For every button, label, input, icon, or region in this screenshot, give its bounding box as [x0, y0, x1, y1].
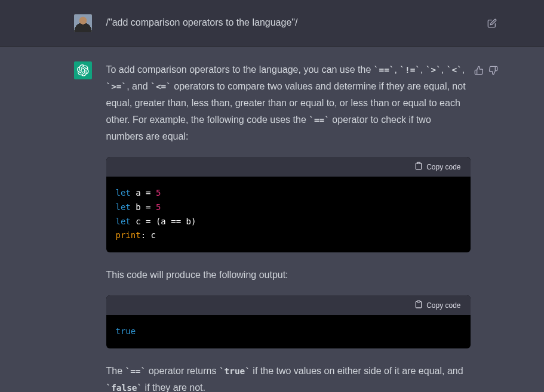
inline-code: >=: [106, 82, 127, 91]
edit-icon[interactable]: [487, 20, 497, 30]
text-span: To add comparison operators to the langu…: [106, 64, 374, 75]
inline-code: true: [219, 366, 250, 376]
inline-code: <=: [150, 82, 171, 91]
inline-code: ==: [309, 115, 330, 125]
code-block-header: Copy code: [106, 157, 471, 177]
code-block-2: Copy code true: [106, 295, 471, 348]
assistant-avatar: [74, 61, 92, 79]
assistant-message-row: To add comparison operators to the langu…: [0, 47, 544, 392]
text-span: ,: [441, 64, 447, 75]
copy-code-label: Copy code: [426, 301, 460, 310]
text-span: , and: [127, 81, 150, 91]
assistant-paragraph-1: To add comparison operators to the langu…: [106, 61, 471, 145]
inline-code: ==: [125, 366, 146, 376]
token-keyword: let: [116, 217, 131, 226]
token-plain: a =: [131, 188, 156, 197]
code-block-header: Copy code: [106, 295, 471, 315]
clipboard-icon: [414, 300, 423, 310]
assistant-paragraph-3: The == operator returns true if the two …: [106, 363, 471, 392]
thumbs-up-icon[interactable]: [474, 64, 484, 81]
inline-code: false: [106, 383, 143, 392]
token-plain: b =: [131, 202, 156, 212]
inline-code: <: [447, 65, 462, 75]
user-message-text: /"add comparison operators to the langua…: [106, 17, 298, 27]
copy-code-button[interactable]: Copy code: [414, 162, 460, 172]
user-message-actions: [487, 17, 497, 33]
text-span: ,: [420, 64, 426, 75]
code-block-1: Copy code let a = 5 let b = 5 let c = (a…: [106, 157, 471, 252]
inline-code: !=: [399, 65, 420, 75]
clipboard-icon: [414, 162, 423, 172]
user-message-content: /"add comparison operators to the langua…: [106, 14, 471, 32]
svg-rect-0: [417, 162, 420, 163]
text-span: if they are not.: [142, 382, 205, 392]
user-avatar: [74, 14, 92, 32]
inline-code: >: [426, 65, 441, 75]
inline-code: ==: [374, 65, 395, 75]
text-span: if the two values on either side of it a…: [250, 366, 463, 376]
token-keyword: let: [116, 188, 131, 197]
code-content: true: [106, 315, 471, 348]
code-content: let a = 5 let b = 5 let c = (a == b) pri…: [106, 177, 471, 252]
thumbs-down-icon[interactable]: [488, 64, 498, 81]
token-number: 5: [156, 202, 161, 212]
assistant-paragraph-2: This code will produce the following out…: [106, 267, 471, 283]
token-keyword: let: [116, 202, 131, 212]
copy-code-label: Copy code: [426, 163, 460, 171]
token-plain: : c: [141, 230, 156, 240]
token-number: 5: [156, 188, 161, 197]
text-span: ,: [462, 64, 465, 75]
text-span: The: [106, 366, 125, 376]
svg-rect-1: [417, 301, 420, 302]
assistant-message-content: To add comparison operators to the langu…: [106, 61, 471, 392]
copy-code-button[interactable]: Copy code: [414, 300, 460, 310]
token-plain: c = (a == b): [131, 217, 196, 226]
user-message-row: /"add comparison operators to the langua…: [0, 0, 544, 47]
assistant-message-actions: [474, 64, 498, 81]
token-boolean: true: [116, 326, 136, 336]
token-function: print: [116, 230, 141, 240]
text-span: operator returns: [146, 366, 219, 376]
